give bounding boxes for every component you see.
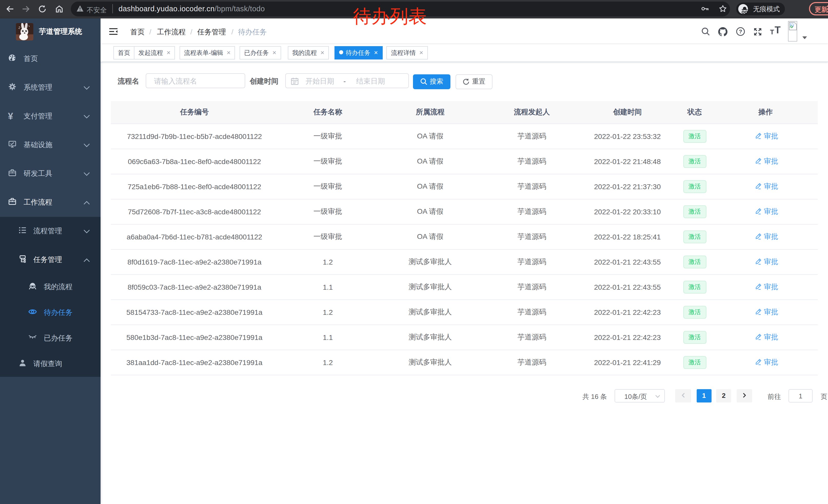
svg-text:?: ?	[739, 28, 742, 34]
